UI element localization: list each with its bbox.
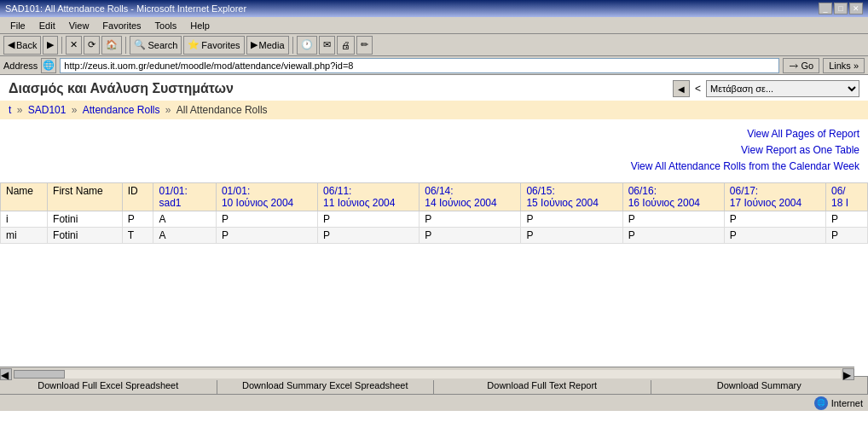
separator-1 [61,37,62,54]
maximize-button[interactable]: □ [834,3,848,14]
menu-help[interactable]: Help [183,19,217,32]
breadcrumb-sep-1: » [17,104,26,116]
cell-id: P [122,211,153,227]
cell-c2: P [216,227,317,243]
edit-button[interactable]: ✏ [356,36,373,55]
media-button[interactable]: ▶ Media [246,36,289,55]
col-0617: 06/17: 17 Ιούνιος 2004 [724,182,825,211]
scrollbar-h[interactable]: ◀ ▶ [0,367,854,380]
separator-2 [125,37,126,54]
back-button[interactable]: ◀ Back [3,36,41,55]
col-0101-sad1: 01/01: sad1 [153,182,216,211]
cell-c3: P [318,227,420,243]
header-icon: ◀ [673,80,690,97]
site-title: Διασμός και Ανάλυση Συστημάτων [9,81,234,96]
address-input[interactable] [60,58,779,73]
attendance-table: Name First Name ID 01/01: sad1 01/01: 10 [0,182,868,244]
cell-first-name: Fotini [48,211,123,227]
col-0616: 06/16: 16 Ιούνιος 2004 [622,182,724,211]
cell-c4: P [420,211,521,227]
cell-c3: P [318,211,420,227]
attendance-table-wrapper: Name First Name ID 01/01: sad1 01/01: 10 [0,182,868,244]
cell-id: T [122,227,153,243]
window-title: SAD101: All Attendance Rolls - Microsoft… [5,3,246,14]
stop-button[interactable]: ✕ [66,36,82,55]
page-content: Διασμός και Ανάλυση Συστημάτων ◀ < Μετάβ… [0,75,868,411]
minimize-button[interactable]: _ [819,3,832,14]
search-button[interactable]: 🔍 Search [130,36,182,55]
view-calendar-link[interactable]: View All Attendance Rolls from the Calen… [9,159,859,175]
cell-last-name: mi [1,227,48,243]
col-0101: 01/01: 10 Ιούνιος 2004 [216,182,317,211]
breadcrumb-sep-2: » [72,104,80,116]
breadcrumb-sep-3: » [165,104,174,116]
scroll-right-btn[interactable]: ▶ [842,368,854,380]
cell-c8: P [826,227,868,243]
cell-c4: P [420,227,521,243]
menu-tools[interactable]: Tools [148,19,184,32]
col-partial: 06/ 18 Ι [826,182,868,211]
cell-c2: P [216,211,317,227]
refresh-button[interactable]: ⟳ [84,36,100,55]
menu-edit[interactable]: Edit [32,19,62,32]
breadcrumb-root[interactable]: t [9,104,11,116]
print-button[interactable]: 🖨 [337,36,355,55]
links-button[interactable]: Links » [823,58,865,73]
menu-view[interactable]: View [62,19,96,32]
menu-bar: File Edit View Favorites Tools Help [0,17,868,34]
close-button[interactable]: ✕ [849,3,863,14]
status-zone: Internet [831,398,863,408]
cell-c5: P [521,227,622,243]
cell-first-name: Fotini [48,227,123,243]
report-links: View All Pages of Report View Report as … [0,119,868,182]
home-button[interactable]: 🏠 [101,36,122,55]
cell-c1: A [153,227,216,243]
mail-button[interactable]: ✉ [319,36,335,55]
col-firstname: First Name [48,182,123,211]
globe-icon: 🌐 [814,396,828,410]
metavasi-select[interactable]: Μετάβαση σε... [706,80,859,97]
view-as-table-link[interactable]: View Report as One Table [9,142,859,159]
address-label: Address [3,61,38,71]
menu-file[interactable]: File [3,19,32,32]
cell-c7: P [724,211,825,227]
cell-c6: P [622,211,724,227]
view-all-pages-link[interactable]: View All Pages of Report [9,126,859,142]
breadcrumb-sad101[interactable]: SAD101 [28,104,67,116]
menu-favorites[interactable]: Favorites [95,19,148,32]
page-icon: 🌐 [41,58,56,73]
scroll-track [14,370,841,379]
cell-c6: P [622,227,724,243]
breadcrumb-attendance-rolls[interactable]: Attendance Rolls [83,104,160,116]
page-header: Διασμός και Ανάλυση Συστημάτων ◀ < Μετάβ… [0,75,868,101]
breadcrumb-current: All Attendance Rolls [176,104,268,116]
cell-c7: P [724,227,825,243]
status-internet: 🌐 Internet [814,396,863,410]
toolbar: ◀ Back ▶ ✕ ⟳ 🏠 🔍 Search ⭐ Favorites ▶ Me… [0,34,868,56]
col-id: ID [122,182,153,211]
scroll-thumb[interactable] [14,370,65,379]
col-0615: 06/15: 15 Ιούνιος 2004 [521,182,622,211]
separator-3 [292,37,293,54]
col-name: Name [1,182,48,211]
chevron-icon: < [695,83,701,95]
cell-c1: A [153,211,216,227]
title-bar: SAD101: All Attendance Rolls - Microsoft… [0,0,868,17]
forward-button[interactable]: ▶ [43,36,58,55]
history-button[interactable]: 🕐 [297,36,317,55]
breadcrumb: t » SAD101 » Attendance Rolls » All Atte… [0,101,868,119]
status-bar: 🌐 Internet [0,394,868,411]
header-right: ◀ < Μετάβαση σε... [673,80,859,97]
col-0614: 06/14: 14 Ιούνιος 2004 [420,182,521,211]
table-row: miFotiniTAPPPPPPP [1,227,868,243]
cell-last-name: i [1,211,48,227]
go-button[interactable]: 🡒 Go [783,58,819,73]
cell-c8: P [826,211,868,227]
cell-c5: P [521,211,622,227]
window-controls[interactable]: _ □ ✕ [819,3,863,14]
address-bar: Address 🌐 🡒 Go Links » [0,56,868,75]
favorites-button[interactable]: ⭐ Favorites [183,36,244,55]
col-0611: 06/11: 11 Ιούνιος 2004 [318,182,420,211]
scroll-left-btn[interactable]: ◀ [0,368,12,380]
table-row: iFotiniPAPPPPPPP [1,211,868,227]
